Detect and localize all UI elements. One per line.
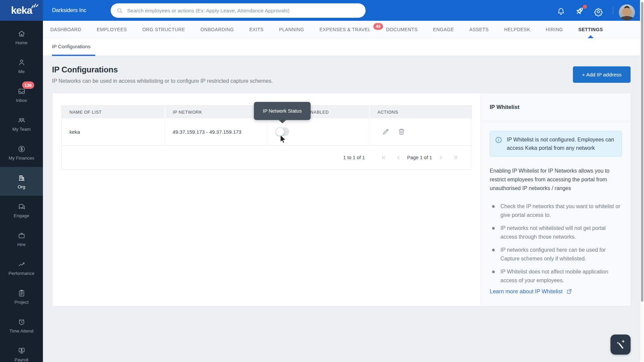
sidebar-item[interactable]: Me (0, 52, 43, 80)
panel-title: IP Whitelist (490, 104, 520, 110)
nav-tab-label: PLANNING (279, 27, 304, 32)
nav-tab[interactable]: DASHBOARD (50, 21, 81, 38)
nav-tab-label: EMPLOYEES (97, 27, 127, 32)
top-bar: keka Darksiders Inc Search employees or … (0, 0, 644, 21)
nav-tab[interactable]: ONBOARDING (201, 21, 234, 38)
learn-more-link[interactable]: Learn more about IP Whitelist (490, 288, 573, 295)
nav-tab-label: EXPENSES & TRAVEL (320, 27, 371, 32)
panel-bullet: IP networks configured here can be used … (490, 246, 621, 263)
column-ip-network: IP NETWORK (165, 106, 267, 118)
hire-icon (17, 231, 26, 240)
logo-sparks-icon (31, 2, 38, 9)
nav-tab[interactable]: DOCUMENTS (386, 21, 418, 38)
main-nav: DASHBOARD EMPLOYEES ORG STRUCTURE ONBOAR… (43, 21, 644, 38)
keka-logo[interactable]: keka (0, 0, 43, 21)
nav-tab[interactable]: HELPDESK (504, 21, 530, 38)
sidebar-item[interactable]: Home (0, 23, 43, 52)
next-page-icon[interactable] (438, 155, 443, 160)
sidebar-item[interactable]: My Finances (0, 138, 43, 167)
ip-network-status-tooltip: IP Network Status (254, 102, 311, 120)
sidebar-item[interactable]: Performance (0, 253, 43, 282)
page-scrollbar[interactable] (640, 0, 644, 362)
cell-name: keka (62, 118, 165, 145)
nav-tab-label: SETTINGS (578, 27, 603, 32)
panel-bullet: Check the IP networks that you want to w… (490, 202, 621, 220)
first-page-icon[interactable] (381, 155, 386, 160)
nav-tab[interactable]: HIRING (546, 21, 563, 38)
settings-gear-icon[interactable] (594, 7, 603, 16)
ip-whitelist-panel: IP Whitelist IP Whitelist is not configu… (481, 93, 631, 306)
edit-pencil-icon[interactable] (381, 127, 390, 136)
sidebar-item-label: Me (18, 69, 25, 74)
nav-tab[interactable]: PLANNING (279, 21, 304, 38)
external-link-icon (566, 288, 573, 295)
nav-tab[interactable]: ENGAGE (433, 21, 454, 38)
nav-tab[interactable]: EXPENSES & TRAVEL 48 (320, 21, 371, 38)
home-icon (17, 29, 26, 38)
nav-tab-label: EXITS (249, 27, 263, 32)
sidebar-item[interactable]: Hire (0, 225, 43, 253)
panel-bullet: IP networks not whitelisted will not get… (490, 224, 621, 241)
whats-new-badge-dot (583, 5, 587, 9)
subtab-bar: IP Configurations (43, 38, 644, 56)
add-ip-address-button[interactable]: + Add IP address (573, 66, 631, 83)
pagination-page-label: Page 1 of 1 (407, 155, 432, 160)
pagination-range: 1 to 1 of 1 (343, 155, 365, 160)
payroll-icon (17, 347, 26, 355)
sidebar-item[interactable]: Engage (0, 196, 43, 225)
global-search-input[interactable]: Search employees or actions (Ex: Apply L… (111, 3, 366, 18)
info-alert-text: IP Whitelist is not configured. Employee… (507, 135, 616, 152)
table-row: keka 49.37.159.173 - 49.37.159.173 (62, 118, 472, 145)
nav-tab[interactable]: EXITS (249, 21, 263, 38)
keka-logo-text: keka (11, 5, 32, 16)
time-icon (17, 318, 26, 326)
cell-actions (369, 118, 472, 145)
sidebar-item-label: My Team (12, 127, 31, 132)
search-icon (116, 7, 123, 14)
engage-icon (17, 202, 26, 211)
sidebar-item[interactable]: Inbox 136 (0, 80, 43, 109)
nav-tab[interactable]: ORG STRUCTURE (142, 21, 185, 38)
delete-trash-icon[interactable] (397, 127, 406, 136)
assistant-wand-button[interactable] (610, 335, 631, 355)
sidebar-item[interactable]: Org (0, 167, 43, 196)
sidebar-item[interactable]: Time Attend (0, 311, 43, 340)
info-alert: IP Whitelist is not configured. Employee… (490, 131, 622, 157)
company-name: Darksiders Inc (52, 0, 86, 21)
scrollbar-thumb[interactable] (641, 2, 643, 302)
notifications-bell-icon[interactable] (556, 7, 566, 16)
nav-tab-label: HELPDESK (504, 27, 530, 32)
page-subtitle: IP Networks can be used in access whitel… (52, 78, 273, 84)
nav-tab-label: ORG STRUCTURE (142, 27, 185, 32)
nav-tab[interactable]: SETTINGS (578, 21, 603, 38)
sidebar-item-label: Inbox (16, 98, 27, 103)
ip-configurations-card: NAME OF LIST IP NETWORK ENABLED ACTIONS … (52, 93, 631, 306)
nav-tab-label: ENGAGE (433, 27, 454, 32)
sidebar-item[interactable]: Project (0, 282, 43, 311)
nav-tab-label: DOCUMENTS (386, 27, 418, 32)
learn-more-label: Learn more about IP Whitelist (490, 288, 562, 295)
sidebar-item-label: Performance (8, 271, 34, 276)
sidebar-item-label: Org (18, 184, 25, 189)
nav-tab[interactable]: EMPLOYEES (97, 21, 127, 38)
app-root: keka Darksiders Inc Search employees or … (0, 0, 644, 362)
nav-tab-label: ONBOARDING (201, 27, 234, 32)
sidebar-item[interactable]: My Team (0, 109, 43, 138)
user-avatar[interactable] (619, 4, 635, 20)
cell-ip-network: 49.37.159.173 - 49.37.159.173 (165, 118, 267, 145)
nav-tab-label: DASHBOARD (50, 27, 81, 32)
project-icon (17, 289, 26, 297)
sidebar-item-label: Hire (17, 242, 26, 247)
nav-tab[interactable]: ASSETS (469, 21, 489, 38)
previous-page-icon[interactable] (396, 155, 401, 160)
org-icon (17, 174, 26, 182)
pagination: 1 to 1 of 1 Page 1 of 1 (62, 145, 472, 169)
finances-icon (17, 145, 26, 153)
tab-ip-configurations[interactable]: IP Configurations (52, 38, 95, 56)
last-page-icon[interactable] (453, 155, 458, 160)
nav-count-badge: 48 (373, 23, 383, 30)
topbar-divider (613, 6, 613, 15)
page-title: IP Configurations (52, 65, 118, 74)
sidebar-item[interactable]: Payroll (0, 340, 43, 362)
sidebar: Home Me Inbox 136 My Team (0, 21, 43, 362)
